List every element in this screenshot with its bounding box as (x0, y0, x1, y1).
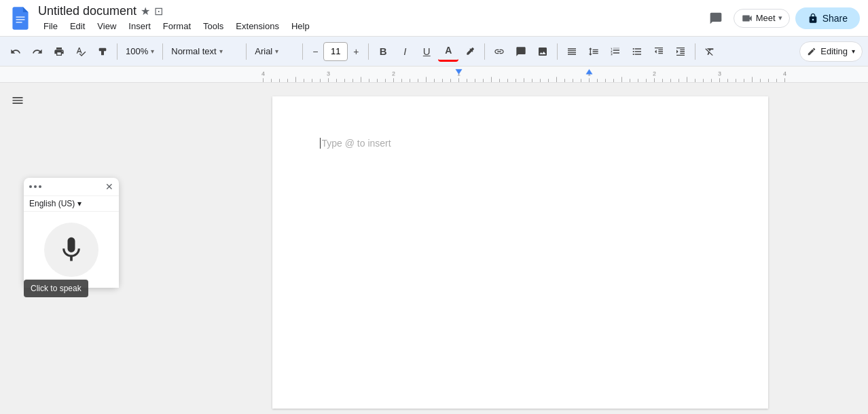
menu-file[interactable]: File (38, 20, 63, 33)
font-size-increase-button[interactable]: + (348, 41, 364, 62)
menu-bar: File Edit View Insert Format Tools Exten… (38, 20, 704, 33)
indent-increase-button[interactable] (670, 41, 691, 62)
voice-mic-circle (44, 223, 98, 277)
sidebar-toggle-button[interactable] (5, 88, 30, 113)
toolbar: 100% ▾ Normal text ▾ Arial ▾ − + B I U A (0, 37, 868, 67)
voice-typing-widget: ✕ English (US) ▾ (24, 178, 119, 288)
share-label: Share (822, 13, 848, 24)
document-page[interactable]: Type @ to insert (272, 96, 768, 409)
separator-3 (246, 43, 247, 60)
right-scrollbar[interactable] (860, 83, 868, 414)
dot-3 (39, 185, 41, 188)
menu-view[interactable]: View (92, 20, 122, 33)
bullet-list-button[interactable] (627, 41, 647, 62)
indent-decrease-button[interactable] (649, 41, 669, 62)
clear-format-button[interactable] (700, 41, 720, 62)
voice-mic-button[interactable] (24, 212, 119, 288)
zoom-select[interactable]: 100% ▾ (122, 41, 158, 62)
menu-tools[interactable]: Tools (198, 20, 229, 33)
styles-select[interactable]: Normal text ▾ (167, 41, 242, 62)
meet-dropdown-icon: ▾ (778, 14, 782, 22)
menu-help[interactable]: Help (286, 20, 315, 33)
line-spacing-button[interactable] (583, 41, 604, 62)
comment-button[interactable] (704, 6, 728, 31)
doc-title-row: Untitled document ★ ⊡ (38, 4, 704, 18)
voice-widget-menu[interactable] (29, 185, 41, 188)
numbered-list-button[interactable] (605, 41, 626, 62)
document-area[interactable]: Type @ to insert (180, 83, 860, 414)
voice-language-dropdown: ▾ (77, 199, 82, 208)
menu-extensions[interactable]: Extensions (230, 20, 285, 33)
voice-tooltip: Click to speak (24, 280, 88, 297)
voice-language-label: English (US) (29, 199, 75, 208)
title-bar: Untitled document ★ ⊡ File Edit View Ins… (0, 0, 868, 37)
ruler-canvas (0, 67, 868, 82)
align-button[interactable] (562, 41, 582, 62)
voice-language-selector[interactable]: English (US) ▾ (24, 196, 119, 212)
microphone-icon (56, 235, 86, 265)
insert-comment-button[interactable] (511, 41, 531, 62)
doc-title[interactable]: Untitled document (38, 4, 137, 18)
insert-image-button[interactable] (532, 41, 553, 62)
separator-6 (484, 43, 485, 60)
voice-tooltip-text: Click to speak (31, 284, 82, 293)
dot-2 (34, 185, 37, 188)
star-icon[interactable]: ★ (141, 5, 150, 18)
google-docs-logo (8, 6, 33, 31)
text-cursor (320, 138, 321, 149)
spellcheck-button[interactable] (71, 41, 91, 62)
redo-button[interactable] (27, 41, 48, 62)
voice-widget-header: ✕ (24, 178, 119, 196)
meet-label: Meet (756, 13, 776, 23)
editing-mode-dropdown: ▾ (852, 48, 855, 55)
print-button[interactable] (49, 41, 69, 62)
separator-2 (162, 43, 163, 60)
text-color-button[interactable]: A (438, 41, 458, 62)
menu-edit[interactable]: Edit (65, 20, 90, 33)
dot-1 (29, 185, 32, 188)
font-size-decrease-button[interactable]: − (307, 41, 323, 62)
title-area: Untitled document ★ ⊡ File Edit View Ins… (38, 4, 704, 33)
bold-button[interactable]: B (373, 41, 393, 62)
separator-4 (302, 43, 303, 60)
italic-button[interactable]: I (395, 41, 415, 62)
font-size-container: − + (307, 41, 364, 62)
folder-icon[interactable]: ⊡ (154, 5, 163, 18)
editing-mode-select[interactable]: Editing ▾ (799, 41, 863, 62)
editing-mode-label: Editing (820, 46, 848, 56)
separator-8 (695, 43, 695, 60)
title-bar-actions: Meet ▾ Share (704, 6, 860, 31)
share-button[interactable]: Share (795, 7, 860, 29)
font-select[interactable]: Arial ▾ (251, 41, 298, 62)
voice-close-button[interactable]: ✕ (105, 182, 113, 191)
document-placeholder: Type @ to insert (322, 138, 391, 149)
highlight-button[interactable] (460, 41, 480, 62)
separator-7 (557, 43, 558, 60)
font-size-input[interactable] (323, 42, 348, 61)
paint-format-button[interactable] (92, 41, 113, 62)
ruler (0, 67, 868, 83)
menu-insert[interactable]: Insert (123, 20, 156, 33)
link-button[interactable] (489, 41, 509, 62)
undo-button[interactable] (5, 41, 26, 62)
main-content: ✕ English (US) ▾ Click to speak Type @ t… (0, 83, 868, 414)
underline-button[interactable]: U (416, 41, 437, 62)
left-panel: ✕ English (US) ▾ Click to speak (0, 83, 180, 414)
menu-format[interactable]: Format (158, 20, 196, 33)
separator-1 (117, 43, 117, 60)
meet-button[interactable]: Meet ▾ (734, 9, 790, 28)
separator-5 (368, 43, 369, 60)
